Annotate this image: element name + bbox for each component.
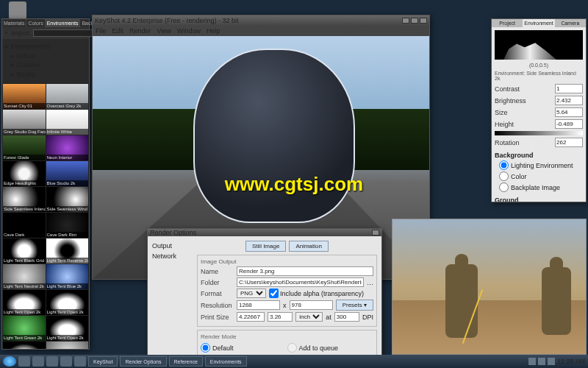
import-button[interactable]: Import (11, 29, 30, 37)
tab-colors[interactable]: Colors (26, 19, 45, 27)
thumb-item[interactable]: Light Tent Neutral 2k (3, 264, 46, 289)
thumb-item[interactable]: Light Tent Black Grid (3, 238, 46, 263)
print-w-input[interactable] (237, 312, 265, 322)
thumb-item[interactable]: Blue Studio 2k (46, 161, 89, 186)
task-item[interactable]: KeyShot (88, 356, 118, 367)
props-tabs: Project Environment Camera (492, 19, 586, 27)
env-name: Environment: Side Seamless Inland 2k (495, 71, 583, 81)
bg-radio-backplate[interactable] (499, 183, 509, 192)
thumb-item[interactable]: Side Seamless Wind 2k (46, 187, 89, 212)
minimize-icon[interactable] (402, 18, 409, 24)
thumb-item[interactable]: Side Seamless Inland (3, 187, 46, 212)
tab-materials[interactable]: Materials (2, 19, 26, 27)
menu-window[interactable]: Window (177, 27, 201, 35)
height-input[interactable] (290, 300, 333, 310)
clock[interactable]: 11:29 AM (557, 358, 585, 365)
rotation-label: Rotation (495, 139, 552, 146)
task-item[interactable]: Reference (169, 356, 203, 367)
close-icon[interactable] (372, 230, 379, 236)
maximize-icon[interactable] (411, 18, 418, 24)
titlebar[interactable]: KeyShot 4.2 Enterprise (Free - rendering… (93, 15, 429, 26)
menubar: File Edit Render View Window Help (93, 26, 429, 36)
thumb-item[interactable]: Light Tent Silver 2k (46, 342, 89, 349)
thumb-item[interactable]: Light Tent Reverse 2k (46, 238, 89, 263)
side-output[interactable]: Output (152, 241, 193, 251)
tree-node[interactable]: ▸ Outdoor (5, 60, 86, 70)
thumb-item[interactable]: Sunset City 01 (3, 84, 46, 109)
height-input[interactable] (555, 119, 583, 129)
format-select[interactable]: PNG (237, 289, 266, 298)
reference-image-window[interactable] (392, 219, 587, 355)
pinned-app[interactable] (18, 356, 30, 367)
name-input[interactable] (237, 266, 373, 276)
print-unit-select[interactable]: inch (295, 312, 323, 322)
still-image-button[interactable]: Still Image (245, 241, 286, 252)
close-icon[interactable] (420, 18, 427, 24)
pinned-app[interactable] (32, 356, 44, 367)
folder-input[interactable] (237, 277, 364, 287)
pinned-app[interactable] (46, 356, 58, 367)
thumb-item[interactable]: Cave Dark Rim (46, 213, 89, 238)
mode-opt-label: Default (212, 344, 234, 352)
thumb-item[interactable]: Edge Headlights (3, 161, 46, 186)
histogram-label: (0.0,0.5) (492, 63, 586, 68)
tab-project[interactable]: Project (492, 19, 523, 27)
tab-camera[interactable]: Camera (555, 19, 586, 27)
thumb-item[interactable]: Neon Interior (46, 135, 89, 160)
thumb-item[interactable]: Light Tent Open 2k (46, 290, 89, 315)
rotation-slider[interactable] (495, 131, 583, 135)
task-item[interactable]: Render Options (120, 356, 166, 367)
size-input[interactable] (555, 107, 583, 117)
add-button[interactable]: + (4, 29, 8, 37)
thumb-item[interactable]: Light Tent Open 2k (46, 316, 89, 341)
thumb-item[interactable]: Light Tent Green 2k (3, 316, 46, 341)
thumb-item[interactable]: Cave Dark (3, 213, 46, 238)
histogram[interactable] (495, 30, 583, 60)
width-input[interactable] (237, 300, 280, 310)
menu-help[interactable]: Help (207, 27, 220, 35)
task-item[interactable]: Environments (205, 356, 247, 367)
contrast-input[interactable] (555, 84, 583, 93)
menu-render[interactable]: Render (129, 27, 151, 35)
ref-figure (445, 264, 478, 338)
tree-node[interactable]: ▸ Studio (5, 70, 86, 79)
browse-icon[interactable]: … (367, 279, 373, 286)
thumb-item[interactable]: Light Tent Blue 2k (46, 264, 89, 289)
environment-tree[interactable]: ▸ Environments ▸ Indoor ▸ Outdoor ▸ Stud… (2, 39, 89, 83)
start-button[interactable] (3, 356, 16, 367)
print-h-input[interactable] (268, 312, 293, 322)
trash-icon (9, 1, 26, 19)
alpha-checkbox[interactable] (269, 289, 279, 298)
search-input[interactable] (33, 29, 99, 37)
thumb-item[interactable]: Light Tent Open 2k (3, 342, 46, 349)
mode-default-radio[interactable] (201, 343, 210, 353)
tree-root[interactable]: ▸ Environments (5, 42, 86, 52)
thumb-label: Light Tent Open 2k (46, 335, 89, 341)
thumb-item[interactable]: Infinite White (46, 110, 89, 135)
menu-file[interactable]: File (96, 27, 107, 35)
menu-edit[interactable]: Edit (112, 27, 124, 35)
thumb-label: Sunset City 01 (3, 103, 46, 109)
tab-environment[interactable]: Environment (523, 19, 554, 27)
tray-icon[interactable] (548, 358, 555, 365)
tree-node[interactable]: ▸ Indoor (5, 52, 86, 61)
side-network[interactable]: Network (152, 251, 193, 261)
animation-button[interactable]: Animation (289, 241, 329, 252)
tab-environments[interactable]: Environments (46, 19, 81, 27)
brightness-input[interactable] (555, 96, 583, 105)
bg-radio-color[interactable] (499, 171, 509, 181)
thumb-item[interactable]: Forest Glade (3, 135, 46, 160)
thumb-item[interactable]: Overcast Grey 2k (46, 84, 89, 109)
tray-icon[interactable] (538, 358, 545, 365)
rotation-input[interactable] (555, 138, 583, 147)
menu-view[interactable]: View (157, 27, 171, 35)
dpi-input[interactable] (334, 312, 359, 322)
pinned-app[interactable] (74, 356, 86, 367)
presets-button[interactable]: Presets ▾ (336, 300, 373, 311)
pinned-app[interactable] (60, 356, 72, 367)
titlebar[interactable]: Render Options (148, 229, 381, 236)
thumb-item[interactable]: Grey Studio Dog Face (3, 110, 46, 135)
bg-radio-env[interactable] (499, 160, 509, 170)
thumb-item[interactable]: Light Tent Open 2k (3, 290, 46, 315)
tray-icon[interactable] (528, 358, 536, 365)
